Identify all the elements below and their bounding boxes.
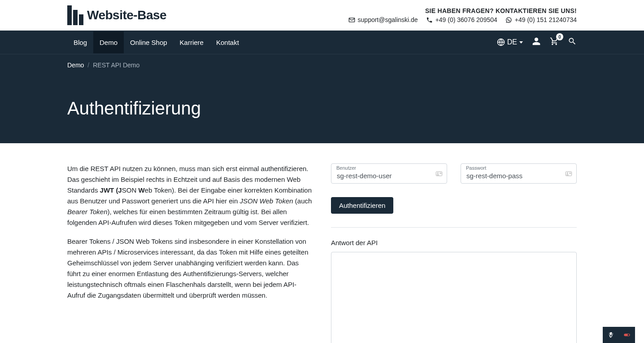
widget-tab-toggle[interactable] (619, 327, 635, 343)
user-label: Benutzer (336, 165, 356, 171)
widget-tab-typo3[interactable] (603, 327, 619, 343)
typo3-icon (607, 331, 614, 339)
description-para-1: Um die REST API nutzen zu können, muss m… (67, 163, 313, 228)
caret-down-icon (519, 41, 523, 44)
contact-phone2[interactable]: +49 (0) 151 21240734 (505, 16, 577, 23)
envelope-icon (348, 17, 355, 23)
breadcrumb-separator: / (87, 62, 89, 69)
contact-phone1[interactable]: +49 (0) 36076 209504 (426, 16, 497, 23)
pass-label: Passwort (466, 165, 486, 171)
pass-group: Passwort (461, 163, 577, 184)
user-group: Benutzer (331, 163, 447, 184)
logo-text: Website-Base (87, 8, 166, 22)
page-title: Authentifizierung (67, 98, 577, 119)
nav-left: Blog Demo Online Shop Karriere Kontakt (67, 31, 245, 53)
phone-icon (426, 17, 433, 23)
nav-item-kontakt[interactable]: Kontakt (210, 31, 245, 53)
logo[interactable]: Website-Base (67, 5, 166, 25)
breadcrumb: Demo / REST API Demo (67, 62, 577, 69)
nav-right: DE 0 (497, 37, 577, 48)
response-box (331, 252, 577, 343)
authenticate-button[interactable]: Authentifizieren (331, 197, 393, 214)
main-content: Um die REST API nutzen zu können, muss m… (0, 143, 644, 343)
top-header: Website-Base SIE HABEN FRAGEN? KONTAKTIE… (0, 0, 644, 31)
svg-point-3 (437, 172, 439, 174)
cart-icon[interactable]: 0 (550, 37, 559, 48)
description-para-2: Bearer Tokens / JSON Web Tokens sind ins… (67, 236, 313, 301)
form-row: Benutzer Passwort (331, 163, 577, 184)
svg-point-7 (627, 334, 629, 336)
nav-item-demo[interactable]: Demo (93, 31, 124, 53)
bottom-widget (603, 327, 635, 343)
response-label: Antwort der API (331, 239, 577, 246)
hero: Authentifizierung (0, 76, 644, 143)
contact-card-icon (565, 170, 572, 177)
nav-item-karriere[interactable]: Karriere (174, 31, 210, 53)
nav-item-shop[interactable]: Online Shop (124, 31, 174, 53)
logo-bars-icon (67, 5, 83, 25)
contact-email[interactable]: support@sgalinski.de (348, 16, 418, 23)
form-column: Benutzer Passwort Authentifizieren Antwo… (331, 163, 577, 343)
toggle-icon (623, 331, 631, 339)
divider (331, 227, 577, 228)
contact-info: SIE HABEN FRAGEN? KONTAKTIEREN SIE UNS! … (348, 7, 577, 23)
contact-card-icon (435, 170, 443, 177)
svg-point-5 (567, 172, 568, 174)
nav-item-blog[interactable]: Blog (67, 31, 93, 53)
breadcrumb-demo[interactable]: Demo (67, 62, 84, 69)
user-icon[interactable] (532, 37, 541, 48)
globe-icon (497, 38, 505, 46)
breadcrumb-current: REST API Demo (93, 62, 139, 69)
description-column: Um die REST API nutzen zu können, muss m… (67, 163, 313, 343)
whatsapp-icon (505, 17, 512, 23)
contact-question: SIE HABEN FRAGEN? KONTAKTIEREN SIE UNS! (348, 7, 577, 14)
nav-bar: Blog Demo Online Shop Karriere Kontakt D… (0, 31, 644, 54)
cart-count-badge: 0 (556, 33, 563, 40)
breadcrumb-bar: Demo / REST API Demo (0, 54, 644, 76)
search-icon[interactable] (568, 37, 577, 48)
language-selector[interactable]: DE (497, 38, 523, 46)
